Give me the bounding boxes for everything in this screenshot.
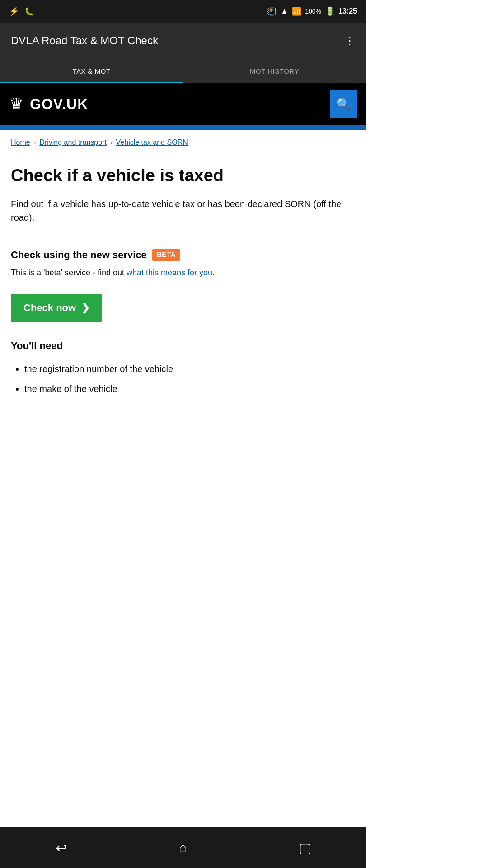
search-button[interactable]: 🔍 bbox=[330, 90, 357, 118]
divider bbox=[11, 238, 355, 238]
signal-icon: 📶 bbox=[292, 7, 301, 16]
tab-tax-mot[interactable]: TAX & MOT bbox=[0, 59, 183, 83]
main-content: Check if a vehicle is taxed Find out if … bbox=[0, 155, 366, 827]
beta-badge: BETA bbox=[152, 249, 180, 261]
back-button[interactable]: ↩ bbox=[47, 834, 75, 861]
recents-button[interactable]: ▢ bbox=[291, 834, 319, 861]
more-options-button[interactable]: ⋮ bbox=[344, 34, 355, 47]
tab-bar: TAX & MOT MOT HISTORY bbox=[0, 59, 366, 83]
bug-icon: 🐛 bbox=[24, 7, 34, 16]
requirement-item-2: the make of the vehicle bbox=[24, 381, 355, 397]
home-button[interactable]: ⌂ bbox=[169, 834, 197, 861]
breadcrumb-home[interactable]: Home bbox=[11, 138, 30, 146]
beta-description: This is a 'beta' service - find out what… bbox=[11, 268, 355, 278]
gov-logo: ♛ GOV.UK bbox=[9, 94, 88, 113]
requirements-list: the registration number of the vehicle t… bbox=[11, 361, 355, 397]
breadcrumb-vehicle-tax[interactable]: Vehicle tax and SORN bbox=[116, 138, 188, 146]
check-now-label: Check now bbox=[23, 302, 76, 314]
app-title: DVLA Road Tax & MOT Check bbox=[11, 34, 158, 47]
battery-percent: 100% bbox=[305, 8, 321, 15]
beta-link[interactable]: what this means for you bbox=[127, 268, 212, 277]
check-now-arrow-icon: ❯ bbox=[81, 302, 89, 314]
beta-section-heading: Check using the new service BETA bbox=[11, 249, 355, 261]
gov-header: ♛ GOV.UK 🔍 bbox=[0, 83, 366, 125]
tab-mot-history[interactable]: MOT HISTORY bbox=[183, 59, 366, 83]
requirement-item-1: the registration number of the vehicle bbox=[24, 361, 355, 377]
blue-strip bbox=[0, 125, 366, 130]
vibrate-icon: 📳 bbox=[267, 7, 277, 16]
breadcrumb-sep-1: › bbox=[34, 139, 36, 146]
bottom-nav-bar: ↩ ⌂ ▢ bbox=[0, 827, 366, 868]
beta-description-start: This is a 'beta' service - find out bbox=[11, 268, 127, 277]
gov-logo-text: GOV.UK bbox=[30, 96, 88, 113]
beta-description-end: . bbox=[212, 268, 215, 277]
time-display: 13:25 bbox=[338, 7, 357, 15]
battery-icon: 🔋 bbox=[325, 6, 335, 16]
breadcrumb-driving[interactable]: Driving and transport bbox=[39, 138, 107, 146]
app-bar: DVLA Road Tax & MOT Check ⋮ bbox=[0, 23, 366, 59]
page-title: Check if a vehicle is taxed bbox=[11, 165, 355, 186]
status-right-icons: 📳 ▲ 📶 100% 🔋 13:25 bbox=[267, 6, 357, 16]
status-bar: ⚡ 🐛 📳 ▲ 📶 100% 🔋 13:25 bbox=[0, 0, 366, 23]
wifi-icon: ▲ bbox=[280, 7, 288, 16]
crown-icon: ♛ bbox=[9, 94, 23, 113]
beta-heading-text: Check using the new service bbox=[11, 249, 147, 261]
search-icon: 🔍 bbox=[336, 97, 351, 111]
breadcrumb: Home › Driving and transport › Vehicle t… bbox=[0, 130, 366, 155]
status-left-icons: ⚡ 🐛 bbox=[9, 6, 34, 16]
page-description: Find out if a vehicle has up-to-date veh… bbox=[11, 197, 355, 224]
check-now-button[interactable]: Check now ❯ bbox=[11, 294, 102, 322]
you-need-heading: You'll need bbox=[11, 340, 355, 352]
usb-icon: ⚡ bbox=[9, 6, 19, 16]
breadcrumb-sep-2: › bbox=[110, 139, 113, 146]
